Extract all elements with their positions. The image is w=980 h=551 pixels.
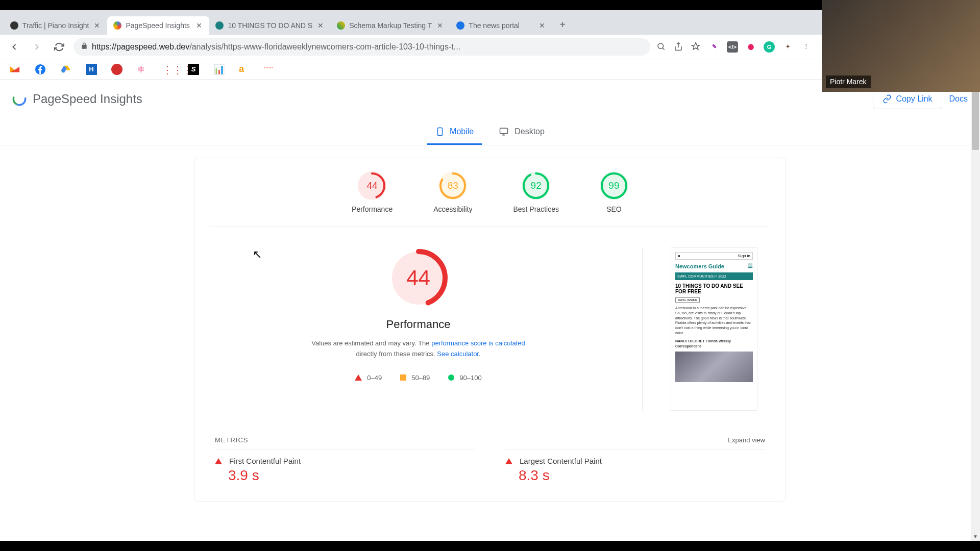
page-title: PageSpeed Insights [33, 92, 142, 106]
svg-rect-4 [438, 128, 443, 136]
share-icon[interactable] [674, 42, 684, 52]
tab-title: Schema Markup Testing T [349, 21, 432, 30]
calculator-link[interactable]: See calculator [437, 350, 479, 358]
fail-icon [505, 458, 512, 464]
bookmark-icon[interactable] [111, 64, 122, 75]
svg-point-7 [440, 173, 465, 198]
tab-title: PageSpeed Insights [126, 21, 191, 30]
extension-icon[interactable]: ⬤ [745, 41, 756, 53]
google-drive-icon[interactable] [60, 64, 71, 75]
close-icon[interactable]: ✕ [195, 21, 203, 30]
url-input[interactable]: https://pagespeed.web.dev/analysis/https… [74, 38, 650, 56]
search-icon[interactable] [656, 42, 667, 52]
gauge-label: SEO [606, 205, 622, 213]
browser-tab-pagespeed[interactable]: PageSpeed Insights ✕ [107, 16, 209, 35]
calc-link[interactable]: performance score is calculated [431, 339, 525, 347]
close-icon[interactable]: ✕ [538, 21, 546, 30]
favicon-icon [456, 21, 464, 30]
close-icon[interactable]: ✕ [436, 21, 444, 30]
device-tabs: Mobile Desktop [0, 118, 980, 145]
score-legend: 0–49 50–89 90–100 [355, 374, 481, 382]
svg-point-9 [602, 173, 626, 198]
performance-gauge: 44 [388, 247, 449, 309]
close-icon[interactable]: ✕ [93, 21, 101, 30]
extension-grammarly-icon[interactable]: G [764, 41, 775, 53]
favicon-icon [337, 21, 345, 30]
performance-score: 44 [406, 266, 430, 290]
bookmark-icon[interactable]: S [188, 64, 199, 75]
tab-title: 10 THINGS TO DO AND S [228, 21, 312, 30]
performance-title: Performance [386, 318, 451, 331]
docs-link[interactable]: Docs [949, 94, 968, 104]
favicon-icon [10, 21, 18, 30]
bookmark-icon[interactable]: 📊 [213, 64, 225, 75]
tab-label: Desktop [514, 127, 545, 136]
gauge-best-practices[interactable]: 92 Best Practices [513, 171, 558, 213]
copy-link-label: Copy Link [896, 94, 932, 104]
url-text: https://pagespeed.web.dev/analysis/https… [92, 42, 643, 52]
performance-section: 44 Performance Values are estimated and … [194, 227, 786, 421]
extension-icon[interactable]: </> [727, 41, 738, 53]
tab-title: The news portal [469, 21, 534, 30]
scroll-down-icon[interactable]: ▼ [971, 532, 980, 541]
gauge-label: Performance [352, 205, 393, 213]
scroll-thumb[interactable] [972, 89, 979, 150]
extension-icon[interactable]: ✦ [782, 41, 793, 53]
pass-icon [448, 374, 454, 381]
gmail-icon[interactable] [9, 64, 20, 75]
browser-tab-schema[interactable]: Schema Markup Testing T ✕ [331, 16, 450, 35]
facebook-icon[interactable] [35, 64, 46, 75]
fail-icon [215, 458, 222, 464]
browser-tab-10things[interactable]: 10 THINGS TO DO AND S ✕ [209, 16, 331, 35]
close-icon[interactable]: ✕ [316, 21, 325, 30]
lock-icon [81, 42, 88, 52]
metric-name: First Contentful Paint [229, 457, 301, 465]
gauge-accessibility[interactable]: 83 Accessibility [433, 171, 472, 213]
metric-item: Largest Contentful Paint 8.3 s [505, 449, 765, 491]
divider [642, 247, 643, 411]
bookmark-icon[interactable]: H [86, 64, 97, 75]
back-button[interactable] [6, 39, 22, 55]
tab-title: Traffic | Piano Insight [22, 21, 89, 30]
tab-desktop[interactable]: Desktop [486, 118, 557, 145]
browser-tab-newsportal[interactable]: The news portal ✕ [450, 16, 552, 35]
star-icon[interactable] [691, 42, 701, 52]
metrics-label: METRICS [215, 436, 249, 444]
favicon-icon [113, 21, 121, 30]
gauge-performance[interactable]: 44 Performance [352, 171, 393, 213]
gauge-label: Best Practices [513, 205, 558, 213]
scrollbar[interactable]: ▲ ▼ [971, 80, 980, 541]
forward-button[interactable] [29, 39, 45, 55]
metric-name: Largest Contentful Paint [520, 457, 602, 465]
desktop-icon [498, 127, 509, 136]
webcam-overlay: Piotr Marek [822, 0, 980, 92]
gauge-label: Accessibility [433, 205, 472, 213]
favicon-icon [215, 21, 224, 30]
extensions-menu-icon[interactable]: ⋮ [800, 41, 812, 53]
metrics-header: METRICS Expand view [194, 421, 786, 449]
participant-name: Piotr Marek [826, 76, 871, 88]
gauges-row: 44 Performance 83 Accessibility 92 Best … [210, 158, 770, 227]
tab-mobile[interactable]: Mobile [423, 118, 486, 145]
bookmark-icon[interactable]: 〰 [264, 64, 276, 75]
svg-point-6 [360, 173, 384, 198]
expand-view-button[interactable]: Expand view [727, 436, 765, 444]
bookmark-icon[interactable]: ⚛ [137, 64, 148, 75]
reload-button[interactable] [51, 39, 67, 55]
mobile-icon [435, 126, 445, 138]
report-card: 44 Performance 83 Accessibility 92 Best … [194, 158, 786, 502]
amazon-icon[interactable]: a [239, 64, 250, 75]
svg-point-0 [658, 43, 664, 49]
average-icon [400, 374, 406, 381]
screenshot-preview: ●Sign in Newcomers Guide☰ SWFL COMMUNITI… [663, 247, 765, 411]
svg-rect-5 [500, 128, 508, 134]
link-icon [883, 94, 892, 104]
browser-tab-traffic[interactable]: Traffic | Piano Insight ✕ [4, 16, 107, 35]
page-content: PageSpeed Insights Copy Link Docs Mobile… [0, 80, 980, 541]
gauge-seo[interactable]: 99 SEO [600, 171, 628, 213]
new-tab-button[interactable]: + [554, 16, 571, 33]
extension-icon[interactable]: ✎ [708, 41, 720, 53]
tab-label: Mobile [450, 127, 474, 136]
google-apps-icon[interactable]: ⋮⋮⋮ [162, 64, 174, 75]
copy-link-button[interactable]: Copy Link [873, 89, 942, 109]
